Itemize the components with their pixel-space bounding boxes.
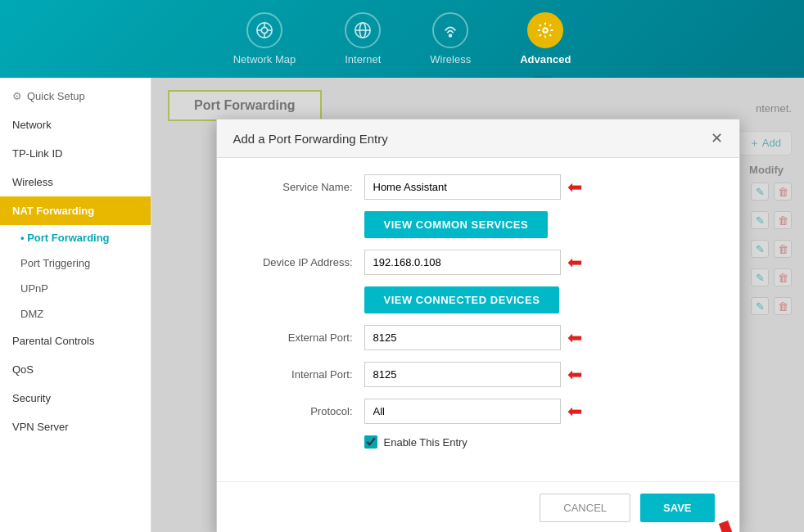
sidebar-item-vpn-server[interactable]: VPN Server (0, 413, 151, 441)
view-common-services-button[interactable]: VIEW COMMON SERVICES (364, 211, 549, 238)
content-area: Port Forwarding nternet. ＋ Add Modify ✎ … (151, 78, 804, 532)
sidebar-item-parental-controls[interactable]: Parental Controls (0, 327, 151, 355)
internet-icon (345, 12, 381, 48)
sidebar-sub-port-triggering[interactable]: Port Triggering (0, 250, 151, 276)
enable-entry-label: Enable This Entry (384, 436, 467, 449)
dialog-footer: CANCEL SAVE ⬇ (217, 481, 739, 532)
internet-label: Internet (345, 53, 381, 65)
internal-port-label: Internal Port: (242, 368, 364, 381)
nav-internet[interactable]: Internet (345, 12, 381, 65)
device-ip-row: Device IP Address: ⬅ (242, 250, 715, 275)
service-name-row: Service Name: ⬅ (242, 174, 715, 200)
protocol-row: Protocol: ⬅ (242, 399, 715, 424)
service-name-arrow: ⬅ (567, 177, 582, 198)
sidebar-item-tplink-id[interactable]: TP-Link ID (0, 139, 151, 168)
svg-point-10 (544, 28, 549, 33)
network-map-label: Network Map (233, 53, 296, 65)
sidebar-item-network[interactable]: Network (0, 110, 151, 139)
sidebar-sub-port-forwarding[interactable]: Port Forwarding (0, 225, 151, 250)
enable-entry-checkbox[interactable] (364, 435, 377, 449)
protocol-label: Protocol: (242, 405, 364, 417)
device-ip-input[interactable] (364, 250, 561, 275)
svg-point-1 (261, 27, 267, 33)
dialog-title: Add a Port Forwarding Entry (233, 132, 388, 146)
device-ip-label: Device IP Address: (242, 256, 364, 268)
sidebar-sub-upnp[interactable]: UPnP (0, 276, 151, 301)
external-port-row: External Port: ⬅ (242, 325, 715, 350)
enable-entry-row: Enable This Entry (242, 435, 715, 449)
sidebar-item-qos[interactable]: QoS (0, 355, 151, 384)
dialog-body: Service Name: ⬅ VIEW COMMON SERVICES Dev… (217, 158, 739, 481)
dialog-close-button[interactable]: ✕ (711, 131, 723, 146)
view-connected-devices-button[interactable]: VIEW CONNECTED DEVICES (364, 286, 560, 313)
protocol-input[interactable] (364, 399, 561, 424)
sidebar-item-wireless[interactable]: Wireless (0, 168, 151, 196)
sidebar-sub-port-forwarding-container: Port Forwarding ⬅ (0, 225, 151, 250)
wireless-icon (432, 12, 468, 48)
external-port-label: External Port: (242, 331, 364, 344)
wireless-label: Wireless (430, 53, 471, 65)
internal-port-arrow: ⬅ (567, 364, 582, 385)
nav-wireless[interactable]: Wireless (430, 12, 471, 65)
sidebar: ⚙ Quick Setup Network TP-Link ID Wireles… (0, 78, 151, 532)
gear-icon: ⚙ (12, 90, 22, 102)
service-name-label: Service Name: (242, 181, 364, 193)
sidebar-sub-dmz[interactable]: DMZ (0, 301, 151, 327)
device-ip-arrow: ⬅ (567, 252, 582, 273)
top-navigation: Network Map Internet Wireless (0, 0, 804, 78)
internal-port-input[interactable] (364, 362, 561, 387)
sidebar-item-quick-setup[interactable]: ⚙ Quick Setup (0, 82, 151, 110)
cancel-button[interactable]: CANCEL (540, 494, 630, 522)
service-name-input[interactable] (364, 174, 561, 200)
save-button[interactable]: SAVE (640, 494, 714, 522)
protocol-arrow: ⬅ (567, 401, 582, 422)
advanced-icon (527, 12, 563, 48)
network-map-icon (246, 12, 282, 48)
internal-port-row: Internal Port: ⬅ (242, 362, 715, 387)
svg-point-9 (449, 34, 452, 37)
external-port-arrow: ⬅ (567, 327, 582, 349)
nav-network-map[interactable]: Network Map (233, 12, 296, 65)
advanced-label: Advanced (520, 53, 571, 65)
sidebar-item-nat-forwarding[interactable]: NAT Forwarding (0, 196, 151, 225)
external-port-input[interactable] (364, 325, 561, 350)
port-forwarding-dialog: Add a Port Forwarding Entry ✕ Service Na… (216, 119, 740, 532)
sidebar-item-security[interactable]: Security (0, 384, 151, 413)
main-layout: ⚙ Quick Setup Network TP-Link ID Wireles… (0, 78, 804, 532)
nav-advanced[interactable]: Advanced (520, 12, 571, 65)
dialog-header: Add a Port Forwarding Entry ✕ (217, 119, 739, 158)
